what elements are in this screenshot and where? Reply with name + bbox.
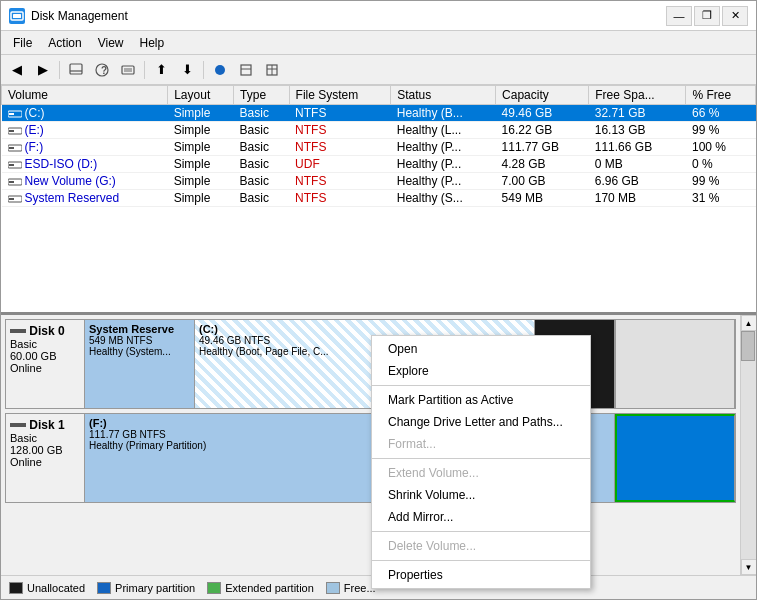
title-bar-buttons: — ❐ ✕ [666,6,748,26]
col-capacity[interactable]: Capacity [496,86,589,105]
toolbar-up[interactable]: ⬆ [149,59,173,81]
toolbar-sep2 [144,61,145,79]
menu-action[interactable]: Action [40,34,89,52]
cell-pct: 100 % [686,139,756,156]
menu-file[interactable]: File [5,34,40,52]
col-free[interactable]: Free Spa... [589,86,686,105]
partition-sys-reserved[interactable]: System Reserve 549 MB NTFS Healthy (Syst… [85,320,195,408]
sys-reserved-name: System Reserve [89,323,190,335]
cell-pct: 99 % [686,173,756,190]
legend-primary-label: Primary partition [115,582,195,594]
svg-rect-19 [9,147,14,149]
disk-0-size: 60.00 GB [10,350,80,362]
cell-fs: NTFS [289,122,391,139]
svg-text:?: ? [101,65,107,76]
cell-volume: (C:) [2,105,168,122]
col-pct[interactable]: % Free [686,86,756,105]
cell-layout: Simple [168,105,234,122]
cell-volume: System Reserved [2,190,168,207]
toolbar-back[interactable]: ◀ [5,59,29,81]
disk-0-label: Disk 0 Basic 60.00 GB Online [5,319,85,409]
context-menu: OpenExploreMark Partition as ActiveChang… [371,335,591,589]
ctx-item-change-letter[interactable]: Change Drive Letter and Paths... [372,411,590,433]
toolbar-down[interactable]: ⬇ [175,59,199,81]
toolbar-btn1[interactable] [64,59,88,81]
cell-type: Basic [234,190,290,207]
legend-extended-box [207,582,221,594]
svg-rect-15 [9,113,14,115]
minimize-button[interactable]: — [666,6,692,26]
cell-type: Basic [234,105,290,122]
ctx-item-extend: Extend Volume... [372,462,590,484]
close-button[interactable]: ✕ [722,6,748,26]
col-status[interactable]: Status [391,86,496,105]
ctx-item-properties[interactable]: Properties [372,564,590,586]
toolbar-btn2[interactable]: ? [90,59,114,81]
title-bar: Disk Management — ❐ ✕ [1,1,756,31]
toolbar-forward[interactable]: ▶ [31,59,55,81]
menu-view[interactable]: View [90,34,132,52]
cell-pct: 66 % [686,105,756,122]
ctx-item-open[interactable]: Open [372,338,590,360]
legend-extended: Extended partition [207,582,314,594]
table-row[interactable]: (E:)SimpleBasicNTFSHealthy (L...16.22 GB… [2,122,756,139]
toolbar-btn6[interactable] [260,59,284,81]
svg-rect-21 [9,164,14,166]
cell-volume: (F:) [2,139,168,156]
cell-fs: UDF [289,156,391,173]
toolbar-sep3 [203,61,204,79]
table-row[interactable]: ESD-ISO (D:)SimpleBasicUDFHealthy (P...4… [2,156,756,173]
scroll-down-arrow[interactable]: ▼ [741,559,757,575]
disk-management-window: Disk Management — ❐ ✕ File Action View H… [0,0,757,600]
ctx-item-shrink[interactable]: Shrink Volume... [372,484,590,506]
window-title: Disk Management [31,9,128,23]
table-row[interactable]: System ReservedSimpleBasicNTFSHealthy (S… [2,190,756,207]
scroll-thumb[interactable] [741,331,755,361]
cell-volume: ESD-ISO (D:) [2,156,168,173]
svg-rect-9 [241,65,251,75]
table-row[interactable]: (C:)SimpleBasicNTFSHealthy (B...49.46 GB… [2,105,756,122]
scroll-track[interactable] [741,331,756,559]
ctx-item-mark-active[interactable]: Mark Partition as Active [372,389,590,411]
cell-capacity: 16.22 GB [496,122,589,139]
ctx-separator [372,385,590,386]
cell-status: Healthy (P... [391,139,496,156]
col-fs[interactable]: File System [289,86,391,105]
cell-pct: 31 % [686,190,756,207]
cell-type: Basic [234,122,290,139]
vertical-scrollbar[interactable]: ▲ ▼ [740,315,756,575]
col-type[interactable]: Type [234,86,290,105]
toolbar-btn5[interactable] [234,59,258,81]
svg-point-8 [215,65,225,75]
svg-rect-2 [70,64,82,74]
cell-free: 6.96 GB [589,173,686,190]
cell-layout: Simple [168,173,234,190]
toolbar-btn4[interactable] [208,59,232,81]
cell-capacity: 7.00 GB [496,173,589,190]
svg-rect-23 [9,181,14,183]
table-row[interactable]: New Volume (G:)SimpleBasicNTFSHealthy (P… [2,173,756,190]
disk-1-status: Online [10,456,80,468]
scroll-up-arrow[interactable]: ▲ [741,315,757,331]
legend-free-box [326,582,340,594]
ctx-item-add-mirror[interactable]: Add Mirror... [372,506,590,528]
sys-reserved-status: Healthy (System... [89,346,190,357]
col-layout[interactable]: Layout [168,86,234,105]
restore-button[interactable]: ❐ [694,6,720,26]
svg-rect-25 [9,198,14,200]
toolbar-btn3[interactable] [116,59,140,81]
ctx-item-explore[interactable]: Explore [372,360,590,382]
cell-pct: 0 % [686,156,756,173]
sys-reserved-size: 549 MB NTFS [89,335,190,346]
ctx-separator [372,458,590,459]
table-row[interactable]: (F:)SimpleBasicNTFSHealthy (P...111.77 G… [2,139,756,156]
cell-fs: NTFS [289,173,391,190]
col-volume[interactable]: Volume [2,86,168,105]
cell-capacity: 111.77 GB [496,139,589,156]
menu-help[interactable]: Help [132,34,173,52]
cell-pct: 99 % [686,122,756,139]
disk-1-label: Disk 1 Basic 128.00 GB Online [5,413,85,503]
disk-0-status: Online [10,362,80,374]
disk-1-size: 128.00 GB [10,444,80,456]
legend-primary-box [97,582,111,594]
